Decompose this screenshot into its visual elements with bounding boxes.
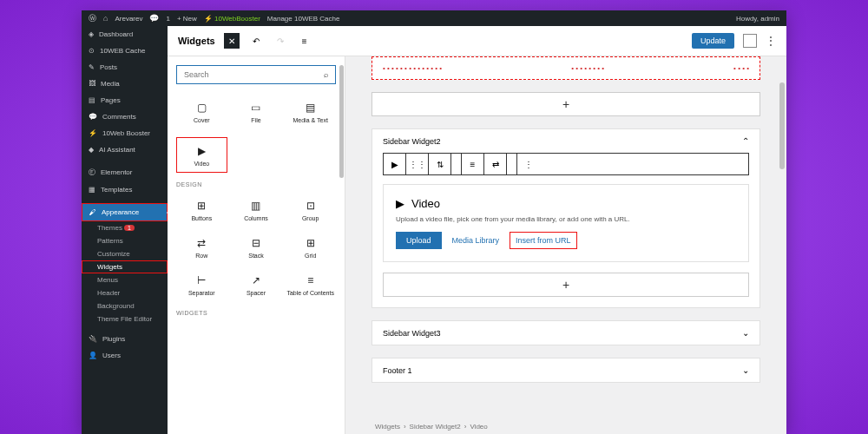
tool-replace[interactable]: ⇄ (484, 154, 507, 174)
tile-media-text[interactable]: ▤Media & Text (285, 95, 336, 128)
comments-icon: 💬 (89, 113, 97, 121)
more-menu[interactable]: ⋮ (766, 35, 776, 47)
tile-buttons[interactable]: ⊞Buttons (176, 193, 227, 227)
row-icon: ⇄ (197, 235, 206, 251)
tile-video[interactable]: ▶Video (176, 137, 227, 173)
undo-button[interactable]: ↶ (248, 33, 264, 49)
footer1-widget[interactable]: Footer 1⌄ (372, 358, 760, 383)
sub-customize[interactable]: Customize (82, 247, 168, 260)
sub-background[interactable]: Background (82, 299, 168, 312)
columns-icon: ▥ (251, 198, 260, 214)
list-view-button[interactable]: ≡ (297, 33, 312, 49)
tool-video-icon[interactable]: ▶ (384, 154, 406, 174)
cache-link[interactable]: Manage 10WEB Cache (267, 15, 340, 23)
editor-canvas: • • • • • • • • • • • • • •• • • • • • •… (345, 56, 786, 434)
update-button[interactable]: Update (692, 33, 734, 49)
sidebar-item-templates[interactable]: ▦Templates (82, 181, 168, 198)
video-icon: ▶ (198, 143, 206, 159)
category-design: DESIGN (176, 181, 336, 187)
brush-icon: 🖌 (89, 208, 96, 216)
tool-more[interactable]: ⋮ (517, 154, 540, 174)
category-widgets: WIDGETS (176, 310, 336, 316)
sub-patterns[interactable]: Patterns (82, 234, 168, 247)
sidebar-item-appearance[interactable]: 🖌Appearance (82, 203, 168, 221)
sidebar-item-plugins[interactable]: 🔌Plugins (82, 331, 168, 347)
sidebar-item-cache[interactable]: ⊙10WEB Cache (82, 43, 168, 59)
sidebar-item-posts[interactable]: ✎Posts (82, 59, 168, 76)
update-badge: 1 (124, 225, 135, 231)
elementor-icon: Ⓔ (89, 168, 95, 177)
search-input[interactable] (184, 70, 324, 79)
expand-icon[interactable]: ⌄ (742, 365, 749, 375)
tool-move[interactable]: ⇅ (429, 154, 451, 174)
insert-url-link[interactable]: Insert from URL (510, 232, 577, 249)
sub-widgets[interactable]: Widgets (82, 260, 168, 273)
canvas-scrollbar[interactable] (779, 82, 785, 169)
block-inserter: ⌕ ▢Cover ▭File ▤Media & Text ▶Video DESI… (168, 56, 345, 434)
sidebar-item-dashboard[interactable]: ◈Dashboard (82, 26, 168, 43)
media-library-link[interactable]: Media Library (452, 236, 500, 245)
sub-theme-editor[interactable]: Theme File Editor (82, 312, 168, 326)
sidebar-item-comments[interactable]: 💬Comments (82, 108, 168, 125)
grid-icon: ⊞ (306, 235, 315, 251)
spacer-icon: ↗ (252, 273, 260, 288)
buttons-icon: ⊞ (197, 198, 206, 214)
tile-spacer[interactable]: ↗Spacer (231, 267, 282, 301)
sidebar-item-booster[interactable]: ⚡10Web Booster (82, 125, 168, 141)
page-title: Widgets (178, 36, 215, 46)
tool-align[interactable]: ≡ (462, 154, 484, 174)
wp-admin-bar: ⓦ ⌂ Arevarev 💬 1 + New ⚡ 10WebBooster Ma… (82, 10, 786, 26)
panel-toggle[interactable] (743, 34, 757, 48)
wp-logo-icon[interactable]: ⓦ (89, 13, 96, 24)
cache-icon: ⊙ (89, 47, 95, 55)
new-link[interactable]: + New (177, 15, 197, 23)
tile-stack[interactable]: ⊟Stack (231, 230, 282, 264)
sub-header[interactable]: Header (82, 286, 168, 299)
booster-link[interactable]: ⚡ 10WebBooster (204, 15, 260, 23)
media-text-icon: ▤ (306, 100, 315, 115)
side-scrollbar[interactable] (339, 65, 344, 178)
howdy[interactable]: Howdy, admin (736, 15, 779, 23)
sidebar-item-users[interactable]: 👤Users (82, 347, 168, 364)
sidebar-item-pages[interactable]: ▤Pages (82, 92, 168, 108)
sidebar-item-ai[interactable]: ◆AI Assistant (82, 141, 168, 158)
add-block-inner[interactable]: + (383, 273, 749, 297)
widget-title: Sidebar Widget2 (383, 137, 441, 146)
dashboard-icon: ◈ (89, 30, 94, 38)
admin-sidebar: ◈Dashboard ⊙10WEB Cache ✎Posts 🖾Media ▤P… (82, 26, 168, 434)
add-block-button[interactable]: + (372, 92, 760, 116)
booster-icon: ⚡ (89, 129, 97, 137)
block-search[interactable]: ⌕ (176, 65, 336, 84)
cover-icon: ▢ (197, 100, 207, 115)
sub-menus[interactable]: Menus (82, 273, 168, 286)
redo-button[interactable]: ↷ (273, 33, 288, 49)
tile-row[interactable]: ⇄Row (176, 230, 227, 264)
placeholder-block[interactable]: • • • • • • • • • • • • • •• • • • • • •… (372, 56, 760, 80)
tool-drag[interactable]: ⋮⋮ (406, 154, 429, 174)
collapse-icon[interactable]: ⌃ (742, 136, 749, 146)
tile-toc[interactable]: ≡Table of Contents (285, 267, 336, 301)
pin-icon: ✎ (89, 63, 95, 71)
tile-grid[interactable]: ⊞Grid (285, 230, 336, 264)
search-icon: ⌕ (324, 70, 328, 79)
home-icon[interactable]: ⌂ (103, 14, 108, 23)
sub-themes[interactable]: Themes1 (82, 221, 168, 234)
breadcrumb: Widgets›Sidebar Widget2›Video (372, 423, 491, 431)
tile-group[interactable]: ⊡Group (285, 193, 336, 227)
expand-icon[interactable]: ⌄ (742, 328, 749, 338)
comments-icon[interactable]: 💬 (149, 14, 159, 23)
sidebar-widget3[interactable]: Sidebar Widget3⌄ (372, 320, 760, 345)
sidebar-item-elementor[interactable]: ⒺElementor (82, 163, 168, 181)
templates-icon: ▦ (89, 186, 95, 194)
sidebar-item-media[interactable]: 🖾Media (82, 76, 168, 92)
tile-columns[interactable]: ▥Columns (231, 193, 282, 227)
video-placeholder: ▶Video Upload a video file, pick one fro… (383, 184, 749, 262)
close-button[interactable]: ✕ (224, 33, 240, 49)
tile-cover[interactable]: ▢Cover (176, 95, 227, 128)
stack-icon: ⊟ (252, 235, 260, 251)
tile-file[interactable]: ▭File (231, 95, 282, 128)
site-name[interactable]: Arevarev (115, 15, 142, 23)
tile-separator[interactable]: ⊢Separator (176, 267, 227, 301)
plugins-icon: 🔌 (89, 335, 97, 343)
upload-button[interactable]: Upload (396, 232, 442, 249)
